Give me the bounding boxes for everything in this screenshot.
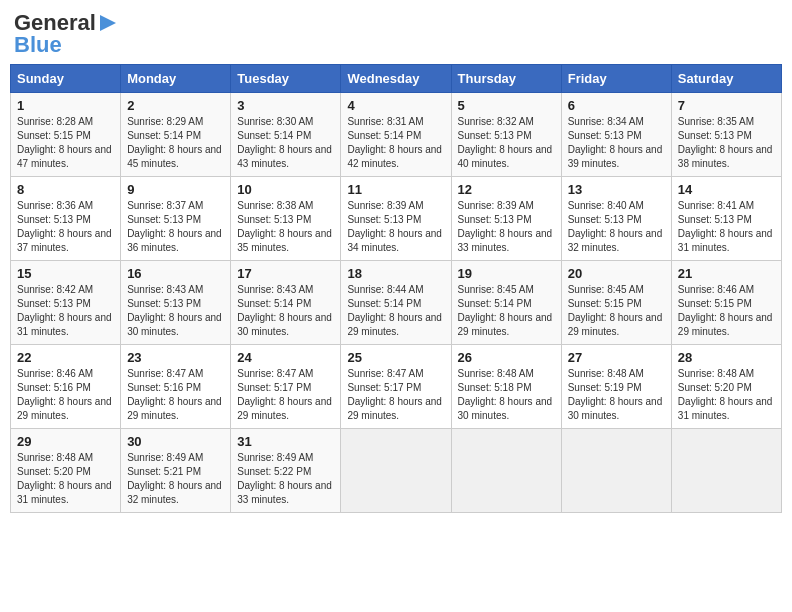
calendar-cell: 10 Sunrise: 8:38 AM Sunset: 5:13 PM Dayl… [231,177,341,261]
calendar-cell: 15 Sunrise: 8:42 AM Sunset: 5:13 PM Dayl… [11,261,121,345]
calendar-week-5: 29 Sunrise: 8:48 AM Sunset: 5:20 PM Dayl… [11,429,782,513]
calendar-body: 1 Sunrise: 8:28 AM Sunset: 5:15 PM Dayli… [11,93,782,513]
column-header-monday: Monday [121,65,231,93]
calendar-cell: 12 Sunrise: 8:39 AM Sunset: 5:13 PM Dayl… [451,177,561,261]
calendar-week-1: 1 Sunrise: 8:28 AM Sunset: 5:15 PM Dayli… [11,93,782,177]
day-number: 8 [17,182,114,197]
day-number: 22 [17,350,114,365]
day-info: Sunrise: 8:46 AM Sunset: 5:15 PM Dayligh… [678,283,775,339]
day-info: Sunrise: 8:30 AM Sunset: 5:14 PM Dayligh… [237,115,334,171]
calendar-cell: 7 Sunrise: 8:35 AM Sunset: 5:13 PM Dayli… [671,93,781,177]
calendar-cell: 30 Sunrise: 8:49 AM Sunset: 5:21 PM Dayl… [121,429,231,513]
day-info: Sunrise: 8:47 AM Sunset: 5:17 PM Dayligh… [347,367,444,423]
day-info: Sunrise: 8:49 AM Sunset: 5:21 PM Dayligh… [127,451,224,507]
calendar-header-row: SundayMondayTuesdayWednesdayThursdayFrid… [11,65,782,93]
day-number: 6 [568,98,665,113]
calendar-cell: 1 Sunrise: 8:28 AM Sunset: 5:15 PM Dayli… [11,93,121,177]
day-number: 31 [237,434,334,449]
calendar-cell: 27 Sunrise: 8:48 AM Sunset: 5:19 PM Dayl… [561,345,671,429]
calendar-cell: 4 Sunrise: 8:31 AM Sunset: 5:14 PM Dayli… [341,93,451,177]
day-number: 1 [17,98,114,113]
day-number: 20 [568,266,665,281]
day-info: Sunrise: 8:38 AM Sunset: 5:13 PM Dayligh… [237,199,334,255]
calendar-cell [561,429,671,513]
day-info: Sunrise: 8:29 AM Sunset: 5:14 PM Dayligh… [127,115,224,171]
day-info: Sunrise: 8:46 AM Sunset: 5:16 PM Dayligh… [17,367,114,423]
calendar-cell: 2 Sunrise: 8:29 AM Sunset: 5:14 PM Dayli… [121,93,231,177]
calendar-cell: 22 Sunrise: 8:46 AM Sunset: 5:16 PM Dayl… [11,345,121,429]
day-info: Sunrise: 8:36 AM Sunset: 5:13 PM Dayligh… [17,199,114,255]
day-info: Sunrise: 8:37 AM Sunset: 5:13 PM Dayligh… [127,199,224,255]
day-number: 14 [678,182,775,197]
day-info: Sunrise: 8:41 AM Sunset: 5:13 PM Dayligh… [678,199,775,255]
day-info: Sunrise: 8:48 AM Sunset: 5:18 PM Dayligh… [458,367,555,423]
day-info: Sunrise: 8:43 AM Sunset: 5:14 PM Dayligh… [237,283,334,339]
calendar-cell: 21 Sunrise: 8:46 AM Sunset: 5:15 PM Dayl… [671,261,781,345]
day-info: Sunrise: 8:49 AM Sunset: 5:22 PM Dayligh… [237,451,334,507]
day-number: 29 [17,434,114,449]
calendar-cell: 17 Sunrise: 8:43 AM Sunset: 5:14 PM Dayl… [231,261,341,345]
column-header-saturday: Saturday [671,65,781,93]
calendar-cell: 23 Sunrise: 8:47 AM Sunset: 5:16 PM Dayl… [121,345,231,429]
day-info: Sunrise: 8:48 AM Sunset: 5:20 PM Dayligh… [678,367,775,423]
day-number: 17 [237,266,334,281]
svg-marker-0 [100,15,116,31]
day-info: Sunrise: 8:42 AM Sunset: 5:13 PM Dayligh… [17,283,114,339]
calendar-cell: 29 Sunrise: 8:48 AM Sunset: 5:20 PM Dayl… [11,429,121,513]
calendar-cell: 14 Sunrise: 8:41 AM Sunset: 5:13 PM Dayl… [671,177,781,261]
calendar-cell [671,429,781,513]
day-number: 5 [458,98,555,113]
column-header-friday: Friday [561,65,671,93]
calendar-cell: 13 Sunrise: 8:40 AM Sunset: 5:13 PM Dayl… [561,177,671,261]
day-info: Sunrise: 8:45 AM Sunset: 5:15 PM Dayligh… [568,283,665,339]
day-info: Sunrise: 8:45 AM Sunset: 5:14 PM Dayligh… [458,283,555,339]
day-number: 26 [458,350,555,365]
calendar-cell: 16 Sunrise: 8:43 AM Sunset: 5:13 PM Dayl… [121,261,231,345]
day-info: Sunrise: 8:47 AM Sunset: 5:16 PM Dayligh… [127,367,224,423]
day-number: 11 [347,182,444,197]
calendar-cell [341,429,451,513]
column-header-sunday: Sunday [11,65,121,93]
logo-blue: Blue [14,32,62,57]
day-number: 12 [458,182,555,197]
calendar-week-4: 22 Sunrise: 8:46 AM Sunset: 5:16 PM Dayl… [11,345,782,429]
page-header: General Blue [10,10,782,58]
calendar-week-2: 8 Sunrise: 8:36 AM Sunset: 5:13 PM Dayli… [11,177,782,261]
day-number: 19 [458,266,555,281]
column-header-thursday: Thursday [451,65,561,93]
day-info: Sunrise: 8:34 AM Sunset: 5:13 PM Dayligh… [568,115,665,171]
day-info: Sunrise: 8:47 AM Sunset: 5:17 PM Dayligh… [237,367,334,423]
day-number: 15 [17,266,114,281]
day-info: Sunrise: 8:35 AM Sunset: 5:13 PM Dayligh… [678,115,775,171]
day-number: 23 [127,350,224,365]
calendar-cell: 25 Sunrise: 8:47 AM Sunset: 5:17 PM Dayl… [341,345,451,429]
logo: General Blue [14,10,118,58]
day-info: Sunrise: 8:32 AM Sunset: 5:13 PM Dayligh… [458,115,555,171]
day-number: 25 [347,350,444,365]
calendar-cell: 19 Sunrise: 8:45 AM Sunset: 5:14 PM Dayl… [451,261,561,345]
column-header-tuesday: Tuesday [231,65,341,93]
calendar-cell: 11 Sunrise: 8:39 AM Sunset: 5:13 PM Dayl… [341,177,451,261]
day-number: 16 [127,266,224,281]
day-number: 18 [347,266,444,281]
column-header-wednesday: Wednesday [341,65,451,93]
day-info: Sunrise: 8:28 AM Sunset: 5:15 PM Dayligh… [17,115,114,171]
day-number: 3 [237,98,334,113]
calendar-cell: 20 Sunrise: 8:45 AM Sunset: 5:15 PM Dayl… [561,261,671,345]
calendar-cell: 24 Sunrise: 8:47 AM Sunset: 5:17 PM Dayl… [231,345,341,429]
calendar-cell: 5 Sunrise: 8:32 AM Sunset: 5:13 PM Dayli… [451,93,561,177]
calendar-cell [451,429,561,513]
day-number: 27 [568,350,665,365]
day-number: 13 [568,182,665,197]
day-number: 7 [678,98,775,113]
day-number: 21 [678,266,775,281]
day-info: Sunrise: 8:39 AM Sunset: 5:13 PM Dayligh… [458,199,555,255]
day-number: 2 [127,98,224,113]
calendar-cell: 8 Sunrise: 8:36 AM Sunset: 5:13 PM Dayli… [11,177,121,261]
day-number: 24 [237,350,334,365]
calendar-cell: 3 Sunrise: 8:30 AM Sunset: 5:14 PM Dayli… [231,93,341,177]
day-info: Sunrise: 8:48 AM Sunset: 5:19 PM Dayligh… [568,367,665,423]
logo-icon [98,11,118,35]
calendar-cell: 26 Sunrise: 8:48 AM Sunset: 5:18 PM Dayl… [451,345,561,429]
calendar-cell: 9 Sunrise: 8:37 AM Sunset: 5:13 PM Dayli… [121,177,231,261]
